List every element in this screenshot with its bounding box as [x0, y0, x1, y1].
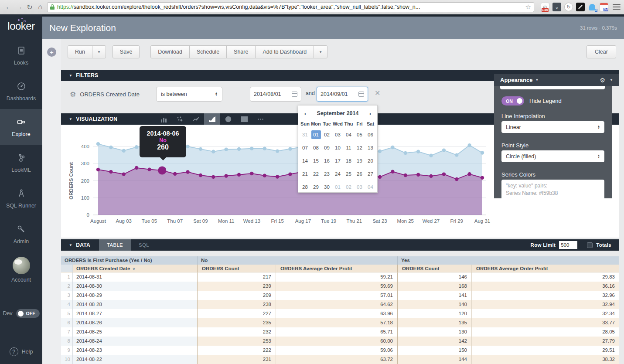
remove-filter-icon[interactable]: ✕: [375, 89, 380, 97]
column-chart-icon[interactable]: [156, 113, 172, 125]
calendar-prev-icon[interactable]: ‹: [300, 110, 310, 117]
table-row[interactable]: 52014-08-2722763.9612032.34: [61, 309, 619, 318]
speed-extension-icon[interactable]: ◴1.66: [541, 3, 549, 11]
calendar-day[interactable]: 20: [365, 154, 376, 167]
table-row[interactable]: 72014-08-2523265.7113028.05: [61, 327, 619, 337]
calendar-day[interactable]: 01: [332, 180, 343, 194]
calendar-next-icon[interactable]: ›: [365, 110, 375, 117]
calendar-day[interactable]: 17: [332, 154, 343, 167]
table-row[interactable]: 22014-08-3023959.6916836.16: [61, 282, 619, 291]
calendar-day[interactable]: 23: [321, 167, 332, 180]
calendar-icon[interactable]: [292, 92, 297, 97]
table-row[interactable]: 62014-08-2623557.1813533.77: [61, 318, 619, 327]
more-chart-types-icon[interactable]: [252, 113, 269, 125]
line-interpolation-select[interactable]: Linear ▲▼: [501, 121, 604, 133]
calendar-day[interactable]: 03: [332, 128, 343, 141]
line-chart-icon[interactable]: [188, 113, 204, 125]
address-bar[interactable]: https://sandbox.looker.com/explore/thelo…: [47, 2, 534, 12]
viz-settings-gear-icon[interactable]: ⚙: [600, 77, 606, 84]
table-row[interactable]: 42014-08-2823864.6214032.94: [61, 300, 619, 309]
calendar-day[interactable]: 24: [332, 167, 343, 180]
column-header-created-date[interactable]: ORDERS Created Date∨: [73, 265, 198, 272]
calendar-day[interactable]: 04: [365, 180, 376, 194]
filter-to-input[interactable]: [321, 91, 355, 97]
calendar-day[interactable]: 05: [354, 128, 365, 141]
calendar-day[interactable]: 21: [300, 167, 310, 180]
clipper-extension-icon[interactable]: [576, 3, 585, 11]
download-button[interactable]: Download: [150, 45, 190, 58]
browser-menu-icon[interactable]: [613, 3, 621, 11]
calendar-day[interactable]: 15: [310, 154, 321, 167]
sidebar-item-admin[interactable]: Admin: [0, 216, 42, 252]
calendar-day[interactable]: 29: [310, 180, 321, 194]
calendar-day[interactable]: 27: [365, 167, 376, 180]
clear-button[interactable]: Clear: [586, 45, 616, 58]
filter-from-input[interactable]: [254, 91, 288, 97]
home-icon[interactable]: ⌂: [35, 3, 45, 11]
hide-legend-toggle[interactable]: ON: [501, 96, 524, 105]
add-field-button[interactable]: +: [47, 48, 56, 57]
scatter-chart-icon[interactable]: [172, 113, 188, 125]
save-button[interactable]: Save: [113, 45, 140, 58]
calendar-day[interactable]: 16: [321, 154, 332, 167]
sidebar-item-dashboards[interactable]: Dashboards: [0, 73, 42, 109]
schedule-button[interactable]: Schedule: [189, 45, 227, 58]
sidebar-item-lookml[interactable]: LookML: [0, 145, 42, 180]
add-to-dashboard-dropdown-button[interactable]: ▼: [314, 45, 327, 58]
reload-icon[interactable]: ↻: [24, 3, 35, 11]
appearance-panel-header[interactable]: Appearance ▼ ⚙▼: [494, 74, 619, 86]
calendar-day[interactable]: 30: [321, 180, 332, 194]
calendar-day[interactable]: 02: [321, 128, 332, 141]
calendar-day[interactable]: 10: [332, 141, 343, 154]
sync-extension-icon[interactable]: ↻: [564, 3, 573, 11]
pie-chart-icon[interactable]: [220, 113, 236, 125]
row-limit-input[interactable]: [559, 241, 577, 249]
3d-extension-icon[interactable]: 3d: [600, 3, 608, 11]
table-row[interactable]: 32014-08-2920957.0114132.96: [61, 291, 619, 300]
add-to-dashboard-button[interactable]: Add to Dashboard: [255, 45, 314, 58]
column-header-yes-count[interactable]: ORDERS Count: [398, 265, 472, 272]
area-chart-icon[interactable]: [204, 113, 220, 125]
forward-icon[interactable]: →: [14, 3, 24, 11]
calendar-day[interactable]: 25: [343, 167, 354, 180]
tab-table[interactable]: TABLE: [99, 239, 131, 251]
ghost-extension-icon[interactable]: 0: [588, 3, 597, 11]
filter-gear-icon[interactable]: ⚙: [70, 90, 76, 99]
calendar-day[interactable]: 11: [343, 141, 354, 154]
calendar-day[interactable]: 26: [354, 167, 365, 180]
calendar-day[interactable]: 12: [354, 141, 365, 154]
calendar-day[interactable]: 03: [354, 180, 365, 194]
calendar-day[interactable]: 18: [343, 154, 354, 167]
column-header-no-count[interactable]: ORDERS Count: [198, 265, 276, 272]
calendar-day[interactable]: 22: [310, 167, 321, 180]
calendar-day[interactable]: 13: [365, 141, 376, 154]
calendar-day[interactable]: 09: [321, 141, 332, 154]
calendar-day[interactable]: 08: [310, 141, 321, 154]
filter-operator-select[interactable]: is between ▲▼: [156, 87, 222, 102]
sidebar-item-looks[interactable]: Looks: [0, 37, 42, 73]
run-dropdown-button[interactable]: ▼: [92, 45, 106, 58]
filter-from-date[interactable]: [250, 87, 301, 102]
ssl-lock-icon[interactable]: [50, 4, 55, 10]
clipped-select[interactable]: [500, 86, 605, 89]
table-row[interactable]: 102014-08-2223163.7214438.32: [61, 355, 619, 364]
calendar-day[interactable]: 31: [300, 128, 310, 141]
calendar-day[interactable]: 06: [365, 128, 376, 141]
back-icon[interactable]: ←: [3, 3, 14, 11]
calendar-day[interactable]: 28: [300, 180, 310, 194]
bookmark-star-icon[interactable]: ☆: [525, 3, 531, 11]
calendar-day[interactable]: 02: [343, 180, 354, 194]
dev-toggle[interactable]: OFF: [16, 309, 40, 318]
table-row[interactable]: 92014-08-2322259.0615029.51: [61, 346, 619, 355]
table-row[interactable]: 82014-08-2425360.0014227.79: [61, 337, 619, 346]
sidebar-item-sql-runner[interactable]: SQL Runner: [0, 180, 42, 216]
sidebar-item-explore[interactable]: Explore: [0, 109, 42, 145]
share-button[interactable]: Share: [226, 45, 256, 58]
calendar-day[interactable]: 14: [300, 154, 310, 167]
calendar-icon[interactable]: [358, 92, 364, 97]
help-row[interactable]: ? Help: [0, 347, 42, 356]
calendar-day[interactable]: 07: [300, 141, 310, 154]
looker-logo[interactable]: looker: [0, 14, 42, 37]
totals-checkbox[interactable]: [587, 242, 593, 248]
data-section-bar[interactable]: ▼ DATA TABLE SQL Row Limit Totals: [61, 239, 619, 251]
